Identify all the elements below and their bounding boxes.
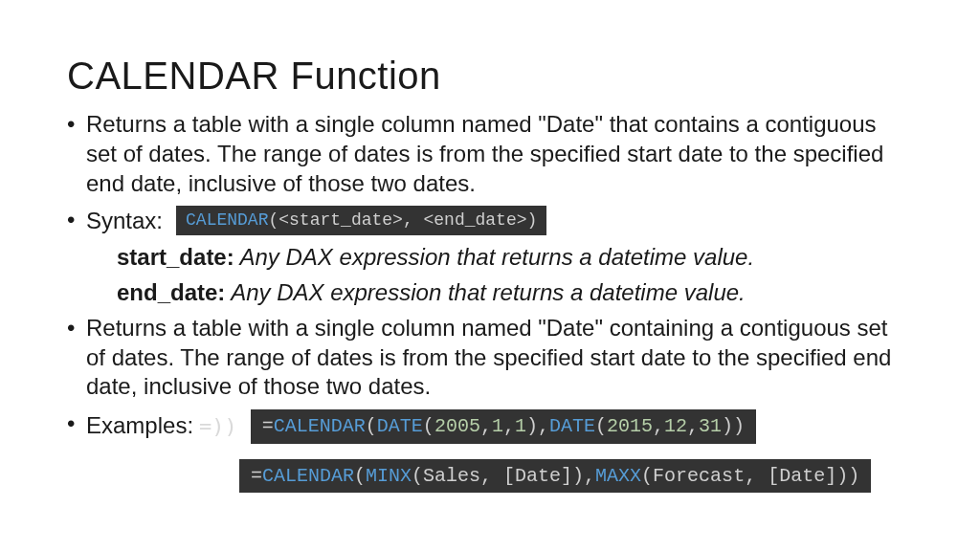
bullet-examples: Examples: =)) = CALENDAR (DATE (2005, 1,… xyxy=(67,409,913,444)
param-desc: Any DAX expression that returns a dateti… xyxy=(225,279,745,305)
code-comma: , xyxy=(480,414,492,439)
code-args: (Sales, [Date]), xyxy=(412,464,595,489)
code-comma: , xyxy=(687,414,699,439)
code-fn: DATE xyxy=(549,414,595,439)
syntax-label: Syntax: xyxy=(86,207,163,236)
param-name: start_date: xyxy=(117,244,234,270)
code-num: 1 xyxy=(515,414,526,439)
code-comma: , xyxy=(503,414,515,439)
slide-title: CALENDAR Function xyxy=(67,52,913,100)
code-keyword: CALENDAR xyxy=(186,209,268,231)
example-2-code: = CALENDAR (MINX (Sales, [Date]), MAXX (… xyxy=(239,459,871,494)
code-comma: , xyxy=(653,414,664,439)
code-num: 31 xyxy=(699,414,722,439)
syntax-code: CALENDAR(<start_date>, <end_date>) xyxy=(176,206,546,235)
bullet-list: Returns a table with a single column nam… xyxy=(67,110,913,443)
code-fn: MAXX xyxy=(595,464,641,489)
code-paren: ), xyxy=(526,414,549,439)
bullet-description-1: Returns a table with a single column nam… xyxy=(67,110,913,198)
code-args: (Forecast, [Date])) xyxy=(641,464,859,489)
code-fn: DATE xyxy=(377,414,423,439)
code-paren: )) xyxy=(722,414,745,439)
examples-label: Examples: xyxy=(86,411,193,441)
code-fn: MINX xyxy=(366,464,412,489)
bullet-description-2: Returns a table with a single column nam… xyxy=(67,314,913,402)
code-num: 12 xyxy=(664,414,687,439)
param-desc: Any DAX expression that returns a dateti… xyxy=(234,244,754,270)
code-num: 2005 xyxy=(434,414,480,439)
code-num: 1 xyxy=(492,414,503,439)
param-name: end_date: xyxy=(117,279,225,305)
code-args: (<start_date>, <end_date>) xyxy=(268,209,537,231)
bullet-syntax: Syntax: CALENDAR(<start_date>, <end_date… xyxy=(67,206,913,235)
code-paren: ( xyxy=(595,414,607,439)
code-num: 2015 xyxy=(607,414,653,439)
faded-text: =)) xyxy=(199,413,237,440)
example-1-code: = CALENDAR (DATE (2005, 1, 1), DATE (201… xyxy=(251,409,756,444)
code-paren: ( xyxy=(366,414,377,439)
param-end-date: end_date: Any DAX expression that return… xyxy=(67,278,913,308)
code-paren: ( xyxy=(354,464,366,489)
code-paren: ( xyxy=(423,414,434,439)
code-eq: = xyxy=(262,414,274,439)
code-eq: = xyxy=(251,464,262,489)
code-fn: CALENDAR xyxy=(262,464,354,489)
param-start-date: start_date: Any DAX expression that retu… xyxy=(67,243,913,273)
code-fn: CALENDAR xyxy=(274,414,366,439)
